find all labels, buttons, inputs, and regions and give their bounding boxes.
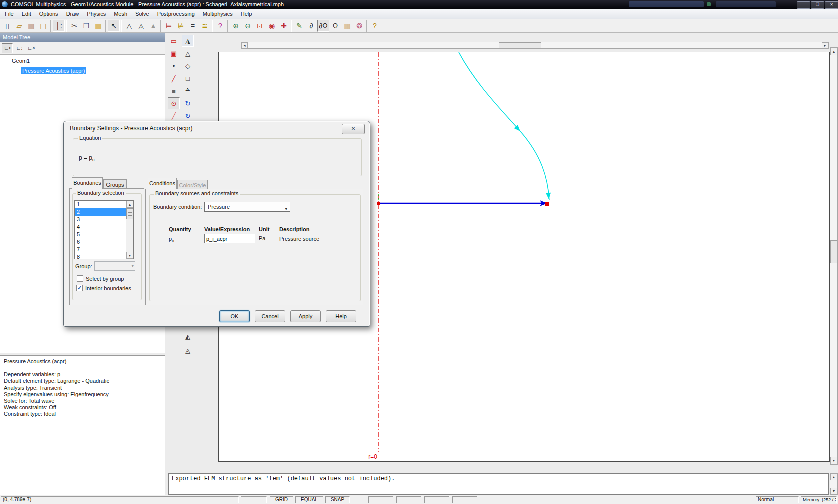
- draw-mode-icon[interactable]: ✎: [294, 20, 306, 32]
- draw-centered-point-icon[interactable]: ⊙: [168, 98, 180, 110]
- boundary-list-item[interactable]: 3: [75, 216, 134, 224]
- scroll-up-icon[interactable]: ▴: [830, 474, 838, 480]
- scroll-right-icon[interactable]: ▸: [822, 42, 828, 48]
- menu-item[interactable]: Multiphysics: [199, 10, 237, 18]
- revolve-triangle-icon[interactable]: ↻: [182, 98, 194, 110]
- log-scrollbar[interactable]: ▴ ▾: [830, 474, 838, 495]
- polygon-icon[interactable]: ◇: [182, 60, 194, 72]
- draw-rectangle-icon[interactable]: ▭: [168, 35, 180, 47]
- new-file-icon[interactable]: ▯: [2, 20, 14, 32]
- tab-groups[interactable]: Groups: [104, 180, 127, 189]
- postprocessing-mode-icon[interactable]: ❂: [354, 20, 366, 32]
- coarsen-mesh-icon[interactable]: ▲: [148, 20, 160, 32]
- save-file-icon[interactable]: ▦: [26, 20, 38, 32]
- boundary-list-item[interactable]: 7: [75, 246, 134, 254]
- mesh-init-icon[interactable]: ◮: [182, 35, 194, 47]
- scroll-down-icon[interactable]: ▾: [830, 488, 838, 494]
- list-scroll-thumb[interactable]: [126, 208, 134, 220]
- status-toggle[interactable]: SNAP: [326, 496, 350, 504]
- scroll-left-icon[interactable]: ◂: [242, 42, 248, 48]
- scale-mesh-icon[interactable]: ◬: [182, 344, 194, 356]
- menu-item[interactable]: Help: [237, 10, 256, 18]
- revolve-polygon-icon[interactable]: ↻: [182, 110, 194, 122]
- subdomain-mode-icon[interactable]: Ω: [330, 20, 342, 32]
- scroll-down-icon[interactable]: ▾: [830, 457, 838, 464]
- restart-solver-icon[interactable]: ⊨: [163, 20, 175, 32]
- cut-icon[interactable]: ✂: [68, 20, 80, 32]
- tab-conditions[interactable]: Conditions: [148, 178, 177, 190]
- menu-item[interactable]: Options: [36, 10, 62, 18]
- menu-item[interactable]: Physics: [83, 10, 110, 18]
- tree-collapse-icon[interactable]: ∟×: [26, 44, 37, 54]
- pressure-value-input[interactable]: [204, 234, 256, 244]
- copy-icon[interactable]: ❐: [80, 20, 92, 32]
- curved-boundary[interactable]: [459, 52, 550, 200]
- boundary-list-item[interactable]: 4: [75, 224, 134, 231]
- menu-item[interactable]: Solve: [132, 10, 154, 18]
- scroll-up-icon[interactable]: ▴: [126, 201, 134, 208]
- menu-item[interactable]: File: [1, 10, 18, 18]
- equals-icon[interactable]: =: [187, 20, 199, 32]
- extrude-icon[interactable]: ≙: [182, 85, 194, 97]
- mesh-mode-icon[interactable]: ▦: [342, 20, 354, 32]
- help-icon[interactable]: ?: [369, 20, 381, 32]
- tree-node-pressure-acoustics[interactable]: Pressure Acoustics (acpr): [15, 66, 165, 74]
- vertical-scroll-thumb[interactable]: [830, 240, 838, 264]
- tree-node-label-selected[interactable]: Pressure Acoustics (acpr): [21, 68, 86, 74]
- interior-boundaries-checkbox[interactable]: ✓: [76, 285, 83, 292]
- mirror-mesh-icon[interactable]: ◭: [182, 330, 194, 342]
- pointer-icon[interactable]: ↖: [108, 20, 120, 32]
- dialog-button[interactable]: Cancel: [255, 310, 286, 322]
- status-toggle[interactable]: EQUAL: [296, 496, 324, 504]
- pan-icon[interactable]: ✚: [278, 20, 290, 32]
- tab-boundaries[interactable]: Boundaries: [72, 178, 103, 189]
- tree-node-geom1[interactable]: − Geom1: [4, 58, 165, 64]
- solve-icon[interactable]: ⊭: [175, 20, 187, 32]
- menu-item[interactable]: Mesh: [110, 10, 132, 18]
- dialog-button[interactable]: Help: [326, 310, 356, 322]
- tree-node-label[interactable]: Geom1: [11, 58, 31, 64]
- open-file-icon[interactable]: ▱: [14, 20, 26, 32]
- boundary-list-item[interactable]: 6: [75, 238, 134, 246]
- dialog-button[interactable]: Apply: [290, 310, 321, 322]
- status-toggle[interactable]: GRID: [270, 496, 294, 504]
- model-tree-toggle-icon[interactable]: ├:: [53, 20, 65, 32]
- square-icon[interactable]: □: [182, 72, 194, 84]
- paste-icon[interactable]: ▥: [92, 20, 104, 32]
- scroll-up-icon[interactable]: ▴: [830, 48, 838, 56]
- zoom-window-icon[interactable]: ⊡: [254, 20, 266, 32]
- plot-parameters-icon[interactable]: ?: [214, 20, 226, 32]
- boundary-list-item[interactable]: 2: [75, 208, 134, 216]
- tree-expand-all-icon[interactable]: ∟:: [14, 44, 25, 54]
- menu-item[interactable]: Edit: [18, 10, 36, 18]
- list-scrollbar[interactable]: ▴ ▾: [126, 201, 134, 259]
- dialog-close-icon[interactable]: ✕: [342, 124, 365, 134]
- zoom-in-icon[interactable]: ⊕: [230, 20, 242, 32]
- minimize-button[interactable]: —: [797, 2, 810, 9]
- point-mode-icon[interactable]: ∂: [306, 20, 318, 32]
- close-button[interactable]: ✕: [825, 2, 838, 9]
- boundary-condition-dropdown[interactable]: Pressure ▾: [204, 202, 290, 212]
- triangle-icon[interactable]: △: [182, 48, 194, 60]
- menu-item[interactable]: Draw: [62, 10, 84, 18]
- tree-expand-one-icon[interactable]: ∟•: [2, 44, 13, 54]
- refine-mesh-icon[interactable]: ◬: [136, 20, 148, 32]
- scroll-down-icon[interactable]: ▾: [126, 252, 134, 259]
- boundary-mode-icon[interactable]: ∂Ω: [318, 20, 330, 32]
- dialog-button[interactable]: OK: [220, 310, 250, 322]
- group-combo[interactable]: ▾: [94, 262, 136, 271]
- draw-arc-icon[interactable]: ╱: [168, 110, 180, 122]
- zoom-extents-icon[interactable]: ◉: [266, 20, 278, 32]
- horizontal-scrollbar[interactable]: ◂ ▸: [241, 42, 829, 49]
- horizontal-scroll-thumb[interactable]: [499, 42, 542, 48]
- select-by-group-checkbox[interactable]: [77, 276, 84, 282]
- vertical-scrollbar[interactable]: ▴ ▾: [830, 48, 838, 465]
- maximize-button[interactable]: ❐: [811, 2, 824, 9]
- draw-centered-rectangle-icon[interactable]: ▣: [168, 48, 180, 60]
- print-icon[interactable]: ▤: [38, 20, 50, 32]
- mesh-triangle-icon[interactable]: △: [124, 20, 136, 32]
- menu-item[interactable]: Postprocessing: [154, 10, 199, 18]
- draw-line-icon[interactable]: ╱: [168, 72, 180, 84]
- boundary-list[interactable]: 12345678 ▴ ▾: [74, 200, 134, 260]
- zoom-out-icon[interactable]: ⊖: [242, 20, 254, 32]
